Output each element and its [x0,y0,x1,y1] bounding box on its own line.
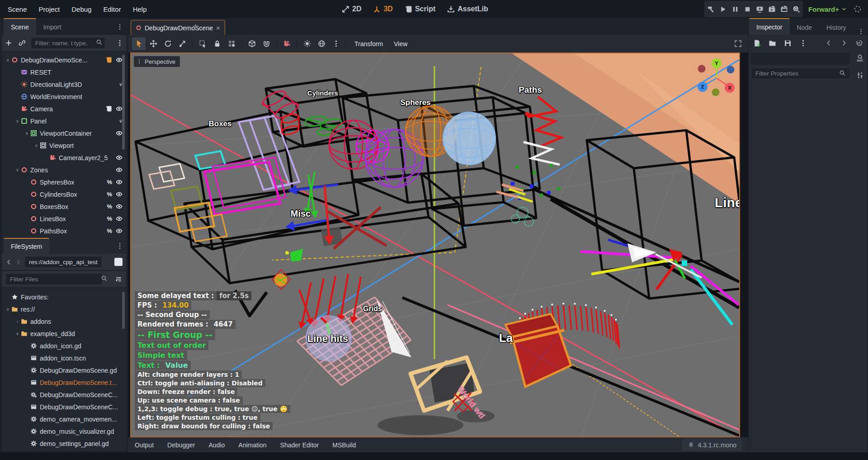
tab-filesystem[interactable]: FileSystem [4,238,49,255]
tool-dots-button[interactable] [329,38,343,50]
reel-icon[interactable] [793,5,800,13]
tree-row-camera[interactable]: Camera [2,103,126,115]
bottom-tab-animation[interactable]: Animation [231,437,273,452]
visibility-eye-icon[interactable] [116,57,123,63]
close-tab-icon[interactable]: × [216,24,220,32]
expand-arrow-icon[interactable]: › [14,319,21,324]
tab-import[interactable]: Import [36,19,69,34]
tree-row-worldenvironment[interactable]: WorldEnvironment [2,90,126,103]
bottom-tab-shader-editor[interactable]: Shader Editor [274,437,326,452]
tree-row-directionallight3d[interactable]: DirectionalLight3D∨ [2,78,126,90]
add-tab-button[interactable]: + [189,18,202,35]
tree-row-cameralayer2-5[interactable]: CameraLayer2_5 [2,152,126,164]
scene-dock-menu-icon[interactable] [116,23,123,30]
tool-listsel-button[interactable] [196,38,209,50]
bottom-tab-msbuild[interactable]: MSBuild [326,437,363,452]
tree-row-debugdrawdemoscenec-[interactable]: #DebugDrawDemoSceneC... [2,389,126,401]
filesystem-menu-icon[interactable] [116,242,123,250]
tree-row-demo-settings-panel-gd[interactable]: demo_settings_panel.gd [2,437,126,450]
tree-row-panel[interactable]: ∨Panel∨ [2,115,126,127]
playremote-icon[interactable] [756,5,764,13]
unique-name-icon[interactable]: % [107,191,112,198]
bottom-tab-audio[interactable]: Audio [202,437,232,452]
tab-node[interactable]: Node [790,20,819,35]
tree-row-debugdrawdemosce-[interactable]: ∨DebugDrawDemoSce... [2,54,126,66]
tool-lock-button[interactable] [210,38,224,50]
file-tree-scrollbar[interactable] [122,292,125,329]
playcustom-icon[interactable] [780,5,788,13]
sort-files-icon[interactable] [115,275,123,283]
script-icon[interactable] [105,105,112,112]
nav-back-icon[interactable] [5,259,12,266]
tab-scene[interactable]: Scene [4,18,36,35]
menu-project[interactable]: Project [33,0,66,18]
history-button[interactable] [854,37,865,49]
version-info[interactable]: 4.3.1.rc.mono [682,439,742,451]
perspective-menu[interactable]: Perspective [134,56,180,67]
file-filter-input[interactable] [5,273,103,285]
expand-arrow-icon[interactable]: ∨ [5,57,11,62]
menu-scene[interactable]: Scene [2,0,33,18]
tool-rotate-button[interactable] [161,38,175,50]
scene-tree-menu-icon[interactable] [116,39,123,47]
workspace-2d[interactable]: 2D [338,3,365,15]
visibility-eye-icon[interactable] [116,203,123,210]
tools-button[interactable] [854,69,866,81]
tree-row-linesbox[interactable]: LinesBox% [2,213,126,225]
update-spinner-icon[interactable] [854,5,862,13]
menu-transform[interactable]: Transform [349,40,388,47]
expand-viewport-icon[interactable] [734,40,742,47]
tree-row-cylindersbox[interactable]: CylindersBox% [2,188,126,200]
tool-globe-button[interactable] [315,38,328,50]
path-input[interactable] [24,256,102,268]
docsearch-button[interactable]: DOC [854,52,866,64]
tool-cursor-button[interactable] [132,38,146,50]
visibility-eye-icon[interactable] [116,191,123,198]
tree-row-debugdrawdemoscene-t-[interactable]: DebugDrawDemoScene.t... [2,376,126,389]
menu-debug[interactable]: Debug [66,0,97,18]
bottom-tab-debugger[interactable]: Debugger [160,437,202,452]
tree-row-res-[interactable]: ∨res:// [2,303,126,315]
tree-row-demo-camera-movemen-[interactable]: demo_camera_movemen... [2,413,126,425]
bottom-tab-output[interactable]: Output [128,437,160,452]
tree-row-viewport[interactable]: ∨Viewport [2,139,126,152]
tree-row-spheresbox[interactable]: SpheresBox% [2,176,126,188]
tool-sun-button[interactable] [300,38,314,50]
tool-magnet-button[interactable] [259,38,273,50]
menu-view[interactable]: View [388,40,413,47]
unique-name-icon[interactable]: % [107,203,112,210]
tree-row-debugdrawdemoscenec-[interactable]: DebugDrawDemoSceneC... [2,401,126,413]
expand-arrow-icon[interactable]: ∨ [14,167,21,172]
expand-arrow-icon[interactable]: ∨ [33,143,40,148]
visibility-eye-icon[interactable] [116,179,123,185]
save-button[interactable] [782,37,793,49]
expand-arrow-icon[interactable]: ∨ [24,131,30,136]
stop-icon[interactable] [744,5,751,13]
folder-button[interactable] [766,37,778,49]
unique-name-icon[interactable]: % [107,228,112,234]
menu-help[interactable]: Help [127,0,153,18]
tab-inspector[interactable]: Inspector [749,18,790,35]
visibility-eye-icon[interactable] [116,154,123,161]
tree-row-debugdrawdemoscene-gd[interactable]: DebugDrawDemoScene.gd [2,364,126,376]
tree-row-boxesbox[interactable]: BoxesBox% [2,200,126,213]
unique-name-icon[interactable]: % [107,215,112,222]
chevleft-button[interactable] [823,37,835,49]
dots-button[interactable] [797,37,809,49]
tree-row-pathsbox[interactable]: PathsBox% [2,225,126,237]
tool-group-button[interactable] [225,38,238,50]
tree-row-addons[interactable]: ›addons [2,315,126,327]
chevright-button[interactable] [838,37,850,49]
tree-row-reset[interactable]: RESET [2,66,126,78]
expand-arrow-icon[interactable]: ∨ [14,331,21,336]
3d-viewport[interactable]: Y X Z Perspective BoxesCylindersSpheresP… [130,52,740,437]
tool-scale-button[interactable] [175,38,189,50]
filenew-button[interactable] [751,37,763,49]
toggle-split-mode-button[interactable] [114,258,123,266]
instance-scene-icon[interactable] [18,39,26,47]
pause-icon[interactable] [731,5,739,13]
play-icon[interactable] [719,5,727,13]
scene-filter-input[interactable] [31,37,105,49]
property-filter-input[interactable] [751,67,850,79]
visibility-eye-icon[interactable] [116,228,123,234]
